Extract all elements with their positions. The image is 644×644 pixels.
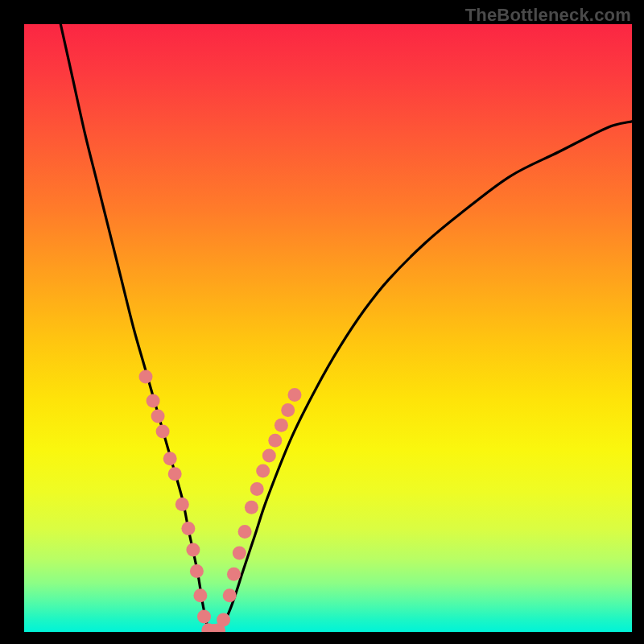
plot-area bbox=[24, 24, 632, 632]
marker-dot bbox=[238, 525, 252, 539]
marker-dot bbox=[147, 394, 160, 408]
marker-dot bbox=[281, 403, 295, 417]
marker-dot bbox=[268, 434, 282, 448]
marker-dot bbox=[168, 467, 182, 481]
marker-dot bbox=[217, 613, 230, 626]
marker-dot bbox=[288, 388, 302, 402]
bottleneck-curve bbox=[60, 24, 632, 632]
marker-dot bbox=[163, 452, 177, 465]
marker-dot bbox=[139, 369, 153, 383]
marker-dot bbox=[190, 564, 204, 578]
chart-container: TheBottleneck.com bbox=[0, 0, 644, 644]
marker-dot bbox=[256, 464, 270, 477]
marker-dot bbox=[156, 424, 170, 438]
marker-dot bbox=[197, 610, 211, 624]
marker-dot bbox=[193, 588, 207, 602]
marker-dot bbox=[151, 410, 165, 423]
marker-dot bbox=[181, 522, 195, 535]
marker-dot bbox=[275, 419, 288, 432]
marker-dot bbox=[227, 568, 241, 581]
marker-dot bbox=[186, 543, 200, 557]
marker-dot bbox=[175, 497, 189, 511]
marker-dot bbox=[250, 482, 264, 496]
watermark-text: TheBottleneck.com bbox=[465, 5, 631, 26]
marker-dots-group bbox=[139, 369, 302, 632]
marker-dot bbox=[233, 546, 246, 559]
chart-svg bbox=[24, 24, 632, 632]
marker-dot bbox=[245, 501, 258, 514]
marker-dot bbox=[223, 588, 237, 602]
marker-dot bbox=[262, 449, 276, 463]
